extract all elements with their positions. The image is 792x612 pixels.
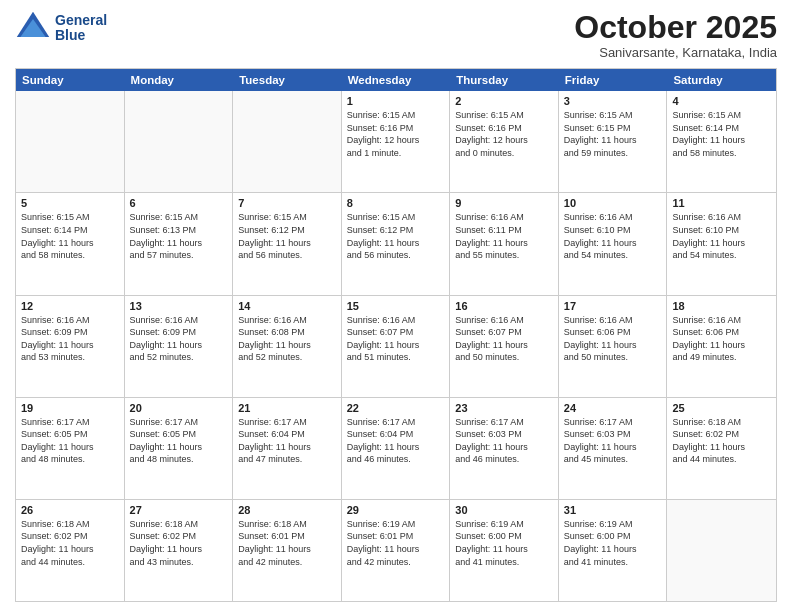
day-info: Sunrise: 6:19 AM Sunset: 6:00 PM Dayligh… (564, 518, 662, 568)
day-cell-4-3: 21Sunrise: 6:17 AM Sunset: 6:04 PM Dayli… (233, 398, 342, 499)
day-number: 27 (130, 504, 228, 516)
day-info: Sunrise: 6:15 AM Sunset: 6:14 PM Dayligh… (672, 109, 771, 159)
day-info: Sunrise: 6:16 AM Sunset: 6:09 PM Dayligh… (21, 314, 119, 364)
header-wednesday: Wednesday (342, 69, 451, 91)
day-number: 13 (130, 300, 228, 312)
day-info: Sunrise: 6:16 AM Sunset: 6:07 PM Dayligh… (347, 314, 445, 364)
day-number: 10 (564, 197, 662, 209)
day-number: 6 (130, 197, 228, 209)
day-info: Sunrise: 6:15 AM Sunset: 6:16 PM Dayligh… (455, 109, 553, 159)
day-cell-2-5: 9Sunrise: 6:16 AM Sunset: 6:11 PM Daylig… (450, 193, 559, 294)
day-number: 31 (564, 504, 662, 516)
day-number: 3 (564, 95, 662, 107)
day-number: 4 (672, 95, 771, 107)
day-info: Sunrise: 6:15 AM Sunset: 6:16 PM Dayligh… (347, 109, 445, 159)
header-thursday: Thursday (450, 69, 559, 91)
header: General Blue October 2025 Sanivarsante, … (15, 10, 777, 60)
week-row-1: 1Sunrise: 6:15 AM Sunset: 6:16 PM Daylig… (16, 91, 776, 193)
day-info: Sunrise: 6:16 AM Sunset: 6:06 PM Dayligh… (564, 314, 662, 364)
day-info: Sunrise: 6:17 AM Sunset: 6:03 PM Dayligh… (564, 416, 662, 466)
day-number: 26 (21, 504, 119, 516)
day-cell-4-6: 24Sunrise: 6:17 AM Sunset: 6:03 PM Dayli… (559, 398, 668, 499)
day-info: Sunrise: 6:15 AM Sunset: 6:12 PM Dayligh… (238, 211, 336, 261)
day-cell-2-6: 10Sunrise: 6:16 AM Sunset: 6:10 PM Dayli… (559, 193, 668, 294)
day-cell-3-4: 15Sunrise: 6:16 AM Sunset: 6:07 PM Dayli… (342, 296, 451, 397)
day-cell-5-1: 26Sunrise: 6:18 AM Sunset: 6:02 PM Dayli… (16, 500, 125, 601)
day-cell-3-3: 14Sunrise: 6:16 AM Sunset: 6:08 PM Dayli… (233, 296, 342, 397)
day-cell-1-3 (233, 91, 342, 192)
day-info: Sunrise: 6:16 AM Sunset: 6:11 PM Dayligh… (455, 211, 553, 261)
day-cell-5-2: 27Sunrise: 6:18 AM Sunset: 6:02 PM Dayli… (125, 500, 234, 601)
logo-line2: Blue (55, 28, 107, 43)
day-number: 25 (672, 402, 771, 414)
day-info: Sunrise: 6:17 AM Sunset: 6:03 PM Dayligh… (455, 416, 553, 466)
page: General Blue October 2025 Sanivarsante, … (0, 0, 792, 612)
day-number: 21 (238, 402, 336, 414)
day-info: Sunrise: 6:16 AM Sunset: 6:07 PM Dayligh… (455, 314, 553, 364)
week-row-3: 12Sunrise: 6:16 AM Sunset: 6:09 PM Dayli… (16, 296, 776, 398)
day-number: 18 (672, 300, 771, 312)
header-saturday: Saturday (667, 69, 776, 91)
day-number: 20 (130, 402, 228, 414)
day-number: 11 (672, 197, 771, 209)
day-cell-4-2: 20Sunrise: 6:17 AM Sunset: 6:05 PM Dayli… (125, 398, 234, 499)
day-number: 30 (455, 504, 553, 516)
day-cell-3-5: 16Sunrise: 6:16 AM Sunset: 6:07 PM Dayli… (450, 296, 559, 397)
week-row-4: 19Sunrise: 6:17 AM Sunset: 6:05 PM Dayli… (16, 398, 776, 500)
day-cell-2-3: 7Sunrise: 6:15 AM Sunset: 6:12 PM Daylig… (233, 193, 342, 294)
day-cell-1-6: 3Sunrise: 6:15 AM Sunset: 6:15 PM Daylig… (559, 91, 668, 192)
day-headers: Sunday Monday Tuesday Wednesday Thursday… (16, 69, 776, 91)
header-right: October 2025 Sanivarsante, Karnataka, In… (574, 10, 777, 60)
week-row-5: 26Sunrise: 6:18 AM Sunset: 6:02 PM Dayli… (16, 500, 776, 601)
day-number: 28 (238, 504, 336, 516)
day-info: Sunrise: 6:15 AM Sunset: 6:15 PM Dayligh… (564, 109, 662, 159)
logo-text: General Blue (55, 13, 107, 44)
day-info: Sunrise: 6:18 AM Sunset: 6:01 PM Dayligh… (238, 518, 336, 568)
day-cell-2-4: 8Sunrise: 6:15 AM Sunset: 6:12 PM Daylig… (342, 193, 451, 294)
logo: General Blue (15, 10, 107, 46)
day-cell-1-2 (125, 91, 234, 192)
day-info: Sunrise: 6:16 AM Sunset: 6:08 PM Dayligh… (238, 314, 336, 364)
day-number: 9 (455, 197, 553, 209)
day-cell-5-3: 28Sunrise: 6:18 AM Sunset: 6:01 PM Dayli… (233, 500, 342, 601)
day-info: Sunrise: 6:16 AM Sunset: 6:10 PM Dayligh… (564, 211, 662, 261)
day-cell-3-1: 12Sunrise: 6:16 AM Sunset: 6:09 PM Dayli… (16, 296, 125, 397)
month-title: October 2025 (574, 10, 777, 45)
logo-icon (15, 10, 51, 46)
day-info: Sunrise: 6:16 AM Sunset: 6:10 PM Dayligh… (672, 211, 771, 261)
day-cell-2-2: 6Sunrise: 6:15 AM Sunset: 6:13 PM Daylig… (125, 193, 234, 294)
day-cell-4-1: 19Sunrise: 6:17 AM Sunset: 6:05 PM Dayli… (16, 398, 125, 499)
day-info: Sunrise: 6:17 AM Sunset: 6:04 PM Dayligh… (238, 416, 336, 466)
day-info: Sunrise: 6:17 AM Sunset: 6:04 PM Dayligh… (347, 416, 445, 466)
day-info: Sunrise: 6:17 AM Sunset: 6:05 PM Dayligh… (21, 416, 119, 466)
day-info: Sunrise: 6:15 AM Sunset: 6:14 PM Dayligh… (21, 211, 119, 261)
header-sunday: Sunday (16, 69, 125, 91)
calendar-body: 1Sunrise: 6:15 AM Sunset: 6:16 PM Daylig… (16, 91, 776, 601)
day-cell-5-4: 29Sunrise: 6:19 AM Sunset: 6:01 PM Dayli… (342, 500, 451, 601)
day-number: 23 (455, 402, 553, 414)
day-info: Sunrise: 6:19 AM Sunset: 6:00 PM Dayligh… (455, 518, 553, 568)
day-cell-2-1: 5Sunrise: 6:15 AM Sunset: 6:14 PM Daylig… (16, 193, 125, 294)
day-number: 16 (455, 300, 553, 312)
day-info: Sunrise: 6:15 AM Sunset: 6:12 PM Dayligh… (347, 211, 445, 261)
day-info: Sunrise: 6:19 AM Sunset: 6:01 PM Dayligh… (347, 518, 445, 568)
header-monday: Monday (125, 69, 234, 91)
header-tuesday: Tuesday (233, 69, 342, 91)
day-cell-4-7: 25Sunrise: 6:18 AM Sunset: 6:02 PM Dayli… (667, 398, 776, 499)
day-cell-3-2: 13Sunrise: 6:16 AM Sunset: 6:09 PM Dayli… (125, 296, 234, 397)
day-number: 1 (347, 95, 445, 107)
day-info: Sunrise: 6:18 AM Sunset: 6:02 PM Dayligh… (672, 416, 771, 466)
location: Sanivarsante, Karnataka, India (574, 45, 777, 60)
day-cell-2-7: 11Sunrise: 6:16 AM Sunset: 6:10 PM Dayli… (667, 193, 776, 294)
day-cell-4-4: 22Sunrise: 6:17 AM Sunset: 6:04 PM Dayli… (342, 398, 451, 499)
day-number: 5 (21, 197, 119, 209)
day-info: Sunrise: 6:18 AM Sunset: 6:02 PM Dayligh… (21, 518, 119, 568)
day-number: 2 (455, 95, 553, 107)
week-row-2: 5Sunrise: 6:15 AM Sunset: 6:14 PM Daylig… (16, 193, 776, 295)
day-cell-3-6: 17Sunrise: 6:16 AM Sunset: 6:06 PM Dayli… (559, 296, 668, 397)
calendar: Sunday Monday Tuesday Wednesday Thursday… (15, 68, 777, 602)
day-cell-5-6: 31Sunrise: 6:19 AM Sunset: 6:00 PM Dayli… (559, 500, 668, 601)
header-friday: Friday (559, 69, 668, 91)
day-number: 12 (21, 300, 119, 312)
logo-line1: General (55, 13, 107, 28)
